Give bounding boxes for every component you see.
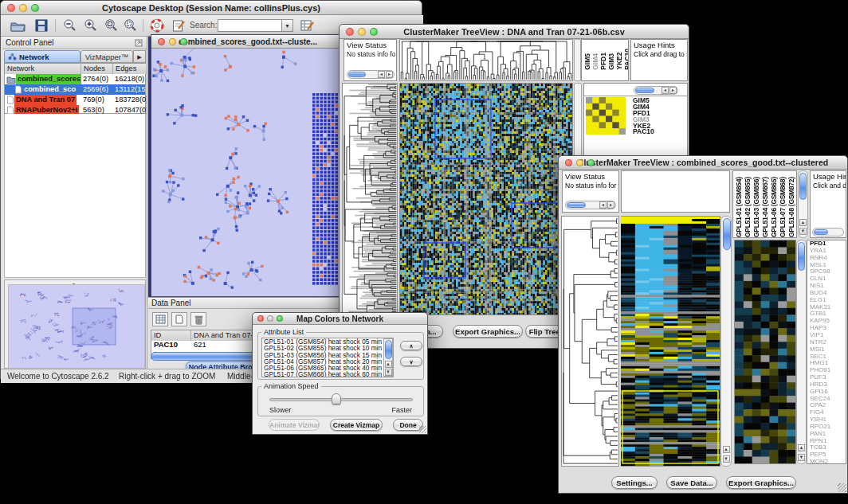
- scrollbar-thumb[interactable]: [385, 340, 392, 359]
- view-status-scrollbar[interactable]: ◂ ▸: [347, 70, 395, 79]
- treeview1-titlebar[interactable]: ClusterMaker TreeView : DNA and Tran 07-…: [340, 25, 689, 39]
- zoom-selected-button[interactable]: [122, 18, 139, 33]
- close-button[interactable]: [7, 4, 15, 12]
- network-canvas[interactable]: [151, 49, 344, 296]
- treeview1-column-dendrogram-panel[interactable]: [399, 39, 573, 81]
- settings-button[interactable]: Settings...: [611, 476, 658, 489]
- close-button[interactable]: [346, 28, 354, 36]
- view-status-scrollbar[interactable]: ◂ ▸: [565, 201, 616, 209]
- zoom-button[interactable]: [180, 38, 187, 45]
- treeview2-row-dendrogram-panel[interactable]: [561, 216, 619, 467]
- scroll-up-button[interactable]: ▲: [723, 446, 730, 453]
- scroll-up-button[interactable]: ▲: [385, 361, 392, 368]
- zoom-button[interactable]: [31, 4, 39, 12]
- animate-vizmap-button[interactable]: Animate Vizmap: [269, 419, 320, 431]
- scroll-down-button[interactable]: ▼: [799, 228, 807, 235]
- scroll-left-button[interactable]: ◂: [599, 201, 607, 209]
- scrollbar-thumb[interactable]: [348, 72, 366, 77]
- table-row[interactable]: combined_scores 2764(0) 16218(0): [5, 74, 145, 84]
- minimize-button[interactable]: [576, 159, 583, 166]
- scrollbar-thumb[interactable]: [635, 88, 654, 93]
- zoom-button[interactable]: [370, 28, 378, 36]
- close-button[interactable]: [257, 315, 264, 322]
- scroll-down-button[interactable]: ▼: [385, 369, 392, 376]
- scroll-right-button[interactable]: ▸: [386, 71, 393, 78]
- scrollbar-thumb[interactable]: [814, 229, 828, 235]
- row-dendrogram-canvas[interactable]: [562, 217, 618, 466]
- scroll-up-button[interactable]: ▲: [799, 219, 807, 226]
- attribute-item[interactable]: GPL51-06 (GSM865) heat shock 40 min: [262, 365, 393, 371]
- col-nodes[interactable]: Nodes: [81, 64, 113, 74]
- col-edges[interactable]: Edges: [113, 64, 147, 74]
- scroll-right-button[interactable]: ▸: [669, 87, 677, 94]
- global-heatmap-canvas[interactable]: [400, 84, 572, 315]
- treeview2-zoom-heatmap-panel[interactable]: [734, 240, 796, 464]
- attribute-item[interactable]: GPL51-04 (GSM857) heat shock 20 min: [262, 358, 393, 365]
- col-network[interactable]: Network: [5, 64, 81, 74]
- new-attribute-button[interactable]: [171, 312, 187, 326]
- table-row[interactable]: DNA and Tran 07 769(0) 183728(0): [5, 95, 145, 105]
- search-dropdown-button[interactable]: ▼: [281, 19, 293, 32]
- array-labels-scrollbar[interactable]: ▲ ▼: [798, 170, 808, 238]
- scroll-right-button[interactable]: ▸: [607, 201, 614, 209]
- move-down-button[interactable]: ∨: [400, 357, 422, 366]
- zoom-in-button[interactable]: [82, 18, 100, 33]
- network-view-titlebar[interactable]: combined_scores_good.txt--cluste...: [151, 35, 344, 49]
- resize-grip[interactable]: [838, 483, 846, 492]
- row-dendrogram-canvas[interactable]: [343, 84, 397, 315]
- network-overview-canvas[interactable]: [8, 284, 145, 369]
- save-session-button[interactable]: [33, 18, 50, 33]
- main-titlebar[interactable]: Cytoscape Desktop (Session Name: collins…: [1, 1, 422, 15]
- zoom-out-button[interactable]: [61, 18, 79, 33]
- scroll-down-button[interactable]: ▼: [798, 454, 805, 461]
- scrollbar-thumb[interactable]: [567, 202, 586, 208]
- attribute-item[interactable]: GPL51-03 (GSM856) heat shock 15 min: [262, 352, 393, 358]
- zoom-heatmap-canvas[interactable]: [735, 240, 795, 463]
- help-button[interactable]: [148, 18, 166, 33]
- minimize-button[interactable]: [267, 315, 273, 322]
- scrollbar-thumb[interactable]: [798, 242, 805, 271]
- attribute-item[interactable]: GPL51-02 (GSM855) heat shock 10 min: [262, 345, 393, 351]
- heatmap-vertical-scrollbar[interactable]: ▲ ▼: [720, 216, 732, 467]
- treeview1-global-heatmap-panel[interactable]: [399, 83, 573, 315]
- scroll-up-button[interactable]: ▲: [798, 444, 805, 451]
- scroll-left-button[interactable]: ◂: [378, 71, 385, 78]
- column-dendrogram-canvas[interactable]: [400, 40, 572, 80]
- expression-heatmap-canvas[interactable]: [621, 217, 720, 466]
- zoom-button[interactable]: [277, 315, 283, 322]
- attribute-browser-button[interactable]: [299, 18, 316, 33]
- scroll-left-button[interactable]: ◂: [662, 87, 669, 94]
- treeview2-column-dendrogram-panel[interactable]: [621, 170, 730, 213]
- attribute-list-scrollbar[interactable]: ▲ ▼: [383, 338, 393, 377]
- attribute-item[interactable]: GPL51-07 (GSM868) heat shock 60 min: [262, 371, 393, 377]
- tab-vizmapper[interactable]: VizMapper™: [80, 50, 133, 63]
- more-tabs-button[interactable]: ▶: [133, 50, 146, 63]
- minimize-button[interactable]: [19, 4, 27, 12]
- minimize-button[interactable]: [169, 38, 176, 45]
- annotation-button[interactable]: [170, 18, 187, 33]
- tab-network[interactable]: Network: [4, 50, 80, 63]
- zoom-vertical-scrollbar[interactable]: ▲ ▼: [796, 240, 807, 464]
- minimize-button[interactable]: [358, 28, 366, 36]
- move-up-button[interactable]: ∧: [400, 341, 422, 350]
- zoom-horizontal-scrollbar[interactable]: ◂ ▸: [634, 86, 678, 95]
- network-table-header[interactable]: Network Nodes Edges: [5, 64, 145, 74]
- create-vizmap-button[interactable]: Create Vizmap: [330, 419, 383, 431]
- open-session-button[interactable]: [9, 18, 26, 33]
- zoom-button[interactable]: [587, 159, 595, 166]
- usage-hints-scrollbar[interactable]: [812, 228, 844, 236]
- export-graphics-button[interactable]: Export Graphics...: [453, 325, 523, 338]
- resize-grip[interactable]: [419, 426, 426, 433]
- treeview2-heatmap-panel[interactable]: [621, 216, 720, 467]
- select-attributes-button[interactable]: [152, 312, 168, 326]
- delete-attribute-button[interactable]: [190, 312, 206, 326]
- scroll-down-button[interactable]: ▼: [723, 455, 730, 463]
- float-panel-icon[interactable]: [135, 39, 143, 47]
- table-row-selected[interactable]: combined_sco 2569(6) 13112(15): [5, 84, 145, 95]
- scrollbar-thumb[interactable]: [723, 218, 731, 250]
- zoom-fit-button[interactable]: [103, 18, 120, 33]
- close-button[interactable]: [158, 38, 165, 45]
- export-graphics-button[interactable]: Export Graphics...: [726, 476, 796, 489]
- treeview1-column-scrollbar[interactable]: [574, 39, 581, 81]
- treeview2-titlebar[interactable]: ClusterMaker TreeView : combined_scores_…: [559, 156, 847, 170]
